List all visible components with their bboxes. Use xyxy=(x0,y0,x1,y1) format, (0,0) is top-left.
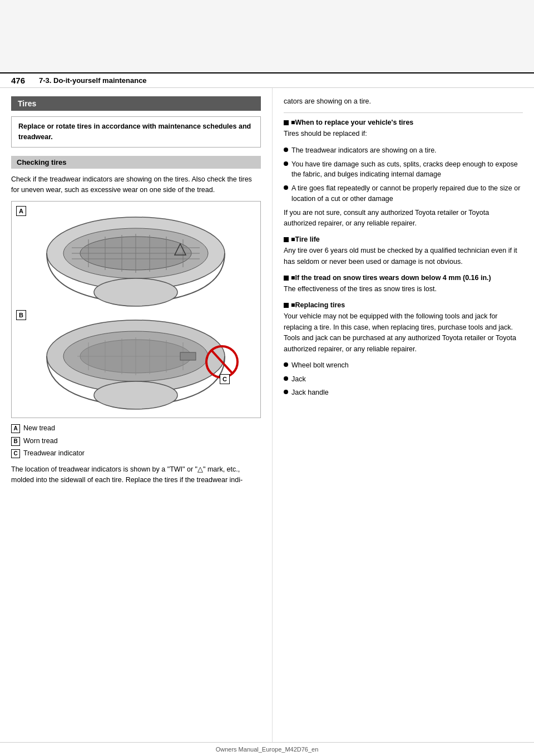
bullet-1-icon xyxy=(284,148,288,152)
bullet-item-1: The treadwear indicators are showing on … xyxy=(284,145,523,156)
legend-text-a: New tread xyxy=(23,424,55,434)
divider-1 xyxy=(284,112,523,113)
legend: A New tread B Worn tread C Treadwear ind… xyxy=(11,424,261,459)
snow-tires-label: ■If the tread on snow tires wears down b… xyxy=(291,274,491,282)
when-to-replace-title: ■When to replace your vehicle's tires xyxy=(284,119,523,126)
tire-life-title: ■Tire life xyxy=(284,235,523,243)
checking-tires-label: Checking tires xyxy=(17,158,67,166)
replacing-bullet-1-icon xyxy=(284,362,288,367)
tire-diagram: A B C xyxy=(11,201,261,418)
diagram-label-c: C xyxy=(220,374,230,384)
checking-tires-body: Check if the treadwear indicators are sh… xyxy=(11,174,261,196)
continued-text: cators are showing on a tire. xyxy=(284,96,523,107)
page-number: 476 xyxy=(11,76,39,85)
footer: Owners Manual_Europe_M42D76_en xyxy=(0,742,534,756)
header-bar: 476 7-3. Do-it-yourself maintenance xyxy=(0,72,534,88)
bullet-item-3: A tire goes flat repeatedly or cannot be… xyxy=(284,183,523,204)
tire-life-label: ■Tire life xyxy=(291,235,320,243)
tire-life-section: ■Tire life Any tire over 6 years old mus… xyxy=(284,235,523,267)
footer-text: Owners Manual_Europe_M42D76_en xyxy=(216,746,319,753)
snow-tires-title: ■If the tread on snow tires wears down b… xyxy=(284,274,523,282)
bullet-item-2: You have tire damage such as cuts, split… xyxy=(284,159,523,180)
bullet-1-text: The treadwear indicators are showing on … xyxy=(291,145,437,156)
legend-box-c: C xyxy=(11,449,20,458)
replacing-bullet-1-text: Wheel bolt wrench xyxy=(291,360,349,371)
notice-text: Replace or rotate tires in accordance wi… xyxy=(18,122,251,141)
replacing-bullet-2-text: Jack xyxy=(291,374,306,385)
legend-box-b: B xyxy=(11,437,20,446)
svg-rect-27 xyxy=(180,352,196,360)
black-square-icon-1 xyxy=(284,120,289,125)
replacing-bullet-3: Jack handle xyxy=(284,387,523,398)
snow-tires-body: The effectiveness of the tires as snow t… xyxy=(284,284,523,294)
legend-item-a: A New tread xyxy=(11,424,261,434)
bullet-2-text: You have tire damage such as cuts, split… xyxy=(291,159,523,180)
replacing-bullet-3-icon xyxy=(284,390,288,394)
content-area: Tires Replace or rotate tires in accorda… xyxy=(0,88,534,742)
black-square-icon-3 xyxy=(284,276,289,281)
replacing-bullet-3-text: Jack handle xyxy=(291,387,329,398)
svg-point-13 xyxy=(94,278,177,306)
svg-point-26 xyxy=(94,381,177,409)
replacing-bullet-2-icon xyxy=(284,376,288,381)
page-wrapper: 476 7-3. Do-it-yourself maintenance Tire… xyxy=(0,0,534,756)
when-to-replace-intro: Tires should be replaced if: xyxy=(284,129,523,139)
tire-life-body: Any tire over 6 years old must be checke… xyxy=(284,246,523,267)
left-column: Tires Replace or rotate tires in accorda… xyxy=(0,88,273,742)
snow-tires-section: ■If the tread on snow tires wears down b… xyxy=(284,274,523,294)
replacing-tires-body: Your vehicle may not be equipped with th… xyxy=(284,311,523,355)
right-column: cators are showing on a tire. ■When to r… xyxy=(273,88,534,742)
bottom-body-text: The location of treadwear indicators is … xyxy=(11,464,261,486)
header-title: 7-3. Do-it-yourself maintenance xyxy=(39,76,147,85)
diagram-label-a: A xyxy=(16,206,26,216)
notice-box: Replace or rotate tires in accordance wi… xyxy=(11,116,261,148)
replacing-tires-section: ■Replacing tires Your vehicle may not be… xyxy=(284,301,523,398)
bullet-3-icon xyxy=(284,185,288,190)
when-to-replace-section: ■When to replace your vehicle's tires Ti… xyxy=(284,119,523,229)
when-to-replace-label: ■When to replace your vehicle's tires xyxy=(291,119,413,126)
diagram-label-b: B xyxy=(16,310,26,320)
bullet-3-text: A tire goes flat repeatedly or cannot be… xyxy=(291,183,523,204)
legend-text-c: Treadwear indicator xyxy=(23,449,85,459)
black-square-icon-4 xyxy=(284,303,289,308)
legend-text-b: Worn tread xyxy=(23,436,58,446)
black-square-icon-2 xyxy=(284,237,289,242)
top-margin xyxy=(0,0,534,72)
checking-tires-header: Checking tires xyxy=(11,156,261,169)
legend-box-a: A xyxy=(11,424,20,433)
replacing-tires-title: ■Replacing tires xyxy=(284,301,523,309)
replacing-tires-label: ■Replacing tires xyxy=(291,301,345,309)
tires-header-label: Tires xyxy=(18,99,36,108)
when-to-replace-footer: If you are not sure, consult any authori… xyxy=(284,208,523,229)
replacing-bullet-2: Jack xyxy=(284,374,523,385)
tires-section-header: Tires xyxy=(11,96,261,111)
replacing-bullet-1: Wheel bolt wrench xyxy=(284,360,523,371)
legend-item-b: B Worn tread xyxy=(11,436,261,446)
bullet-2-icon xyxy=(284,161,288,166)
legend-item-c: C Treadwear indicator xyxy=(11,449,261,459)
